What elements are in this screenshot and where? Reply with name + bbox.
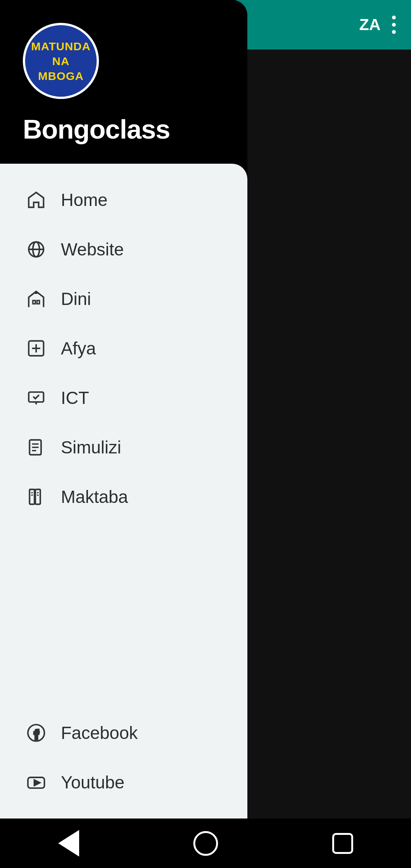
ict-icon (23, 385, 49, 411)
nav-label-maktaba: Maktaba (61, 487, 128, 507)
logo-line-1: MATUNDA (31, 39, 91, 54)
home-button[interactable] (190, 828, 221, 858)
back-icon (58, 830, 79, 857)
simulizi-icon (23, 434, 49, 461)
top-bar: ZA (236, 0, 411, 49)
navigation-drawer: MATUNDA NA MBOGA Bongoclass Home (0, 0, 247, 868)
svg-rect-15 (30, 490, 35, 504)
nav-item-home[interactable]: Home (0, 175, 247, 225)
nav-label-facebook: Facebook (61, 723, 138, 743)
logo-line-2: NA (52, 54, 69, 69)
drawer-header: MATUNDA NA MBOGA Bongoclass (0, 0, 247, 164)
dini-icon (23, 286, 49, 312)
nav-label-afya: Afya (61, 338, 96, 359)
afya-icon (23, 335, 49, 362)
nav-label-website: Website (61, 239, 124, 260)
recent-button[interactable] (327, 828, 358, 858)
home-icon (23, 187, 49, 213)
more-options-button[interactable] (392, 16, 396, 34)
nav-item-facebook[interactable]: Facebook (0, 708, 247, 758)
app-logo: MATUNDA NA MBOGA (23, 23, 99, 99)
recent-icon (332, 833, 353, 854)
nav-label-ict: ICT (61, 388, 89, 408)
svg-rect-3 (33, 300, 35, 304)
svg-rect-16 (35, 490, 40, 504)
main-nav-section: Home Website (0, 175, 247, 689)
nav-label-youtube: Youtube (61, 772, 124, 793)
maktaba-icon (23, 483, 49, 510)
home-nav-icon (193, 831, 218, 856)
back-button[interactable] (53, 828, 84, 858)
svg-rect-4 (37, 300, 40, 304)
nav-item-afya[interactable]: Afya (0, 324, 247, 373)
facebook-icon (23, 720, 49, 746)
nav-item-youtube[interactable]: Youtube (0, 758, 247, 807)
logo-line-3: MBOGA (38, 69, 84, 83)
nav-label-home: Home (61, 190, 108, 210)
nav-label-simulizi: Simulizi (61, 437, 121, 458)
background-overlay (236, 0, 411, 868)
youtube-icon (23, 769, 49, 796)
nav-divider (0, 696, 247, 697)
website-icon (23, 236, 49, 263)
app-title: Bongoclass (23, 114, 170, 145)
nav-item-dini[interactable]: Dini (0, 274, 247, 324)
nav-item-ict[interactable]: ICT (0, 373, 247, 423)
nav-item-website[interactable]: Website (0, 225, 247, 274)
svg-marker-23 (35, 780, 40, 785)
top-bar-label: ZA (359, 16, 381, 34)
bottom-navigation (0, 819, 411, 868)
nav-label-dini: Dini (61, 289, 91, 309)
nav-item-maktaba[interactable]: Maktaba (0, 472, 247, 522)
drawer-nav: Home Website (0, 164, 247, 868)
nav-item-simulizi[interactable]: Simulizi (0, 423, 247, 472)
